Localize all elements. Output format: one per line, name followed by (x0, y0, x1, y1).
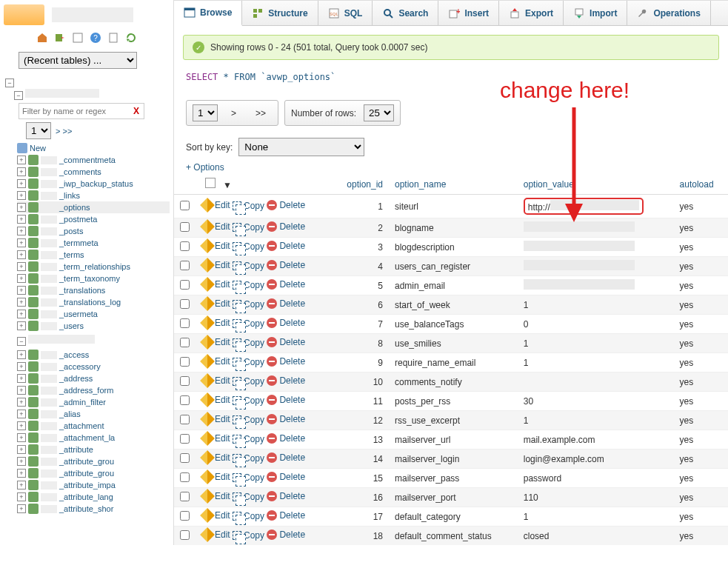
tree-table-link[interactable]: _usermeta (59, 310, 98, 318)
delete-button[interactable]: Delete (267, 318, 305, 328)
help-icon[interactable]: ? (90, 32, 101, 44)
expand-icon[interactable]: + (17, 286, 26, 295)
docs-icon[interactable] (107, 32, 119, 44)
tree-table-link[interactable]: _posts (59, 227, 83, 235)
row-checkbox[interactable] (180, 241, 190, 251)
tree-table-link[interactable]: _termmeta (59, 238, 98, 247)
row-checkbox[interactable] (180, 318, 190, 328)
delete-button[interactable]: Delete (267, 529, 305, 540)
tree-table-link[interactable]: _commentmeta (59, 156, 116, 164)
expand-icon[interactable]: + (17, 481, 26, 490)
tab-insert[interactable]: +Insert (438, 1, 499, 25)
expand-icon[interactable]: + (17, 310, 26, 318)
row-checkbox[interactable] (180, 338, 190, 347)
expand-icon[interactable]: + (17, 250, 26, 259)
expand-icon[interactable]: + (17, 374, 26, 383)
row-checkbox[interactable] (180, 357, 190, 367)
filter-input[interactable] (21, 105, 130, 117)
expand-icon[interactable]: + (17, 504, 26, 513)
expand-icon[interactable]: + (17, 167, 26, 176)
edit-button[interactable]: Edit (202, 491, 230, 501)
tree-table-link[interactable]: _address_form (59, 386, 113, 395)
delete-button[interactable]: Delete (267, 356, 305, 367)
tree-table-link[interactable]: _admin_filter (59, 398, 106, 407)
expand-icon[interactable]: + (17, 433, 26, 442)
tab-search[interactable]: Search (373, 1, 438, 25)
expand-icon[interactable]: + (17, 445, 26, 454)
expand-icon[interactable]: + (17, 274, 26, 283)
copy-button[interactable]: Copy (233, 201, 264, 211)
col-option-name[interactable]: option_name (389, 174, 518, 195)
tree-table-link[interactable]: _accessory (59, 362, 101, 371)
expand-icon[interactable]: + (17, 215, 26, 224)
home-icon[interactable] (36, 32, 48, 44)
tree-table-link[interactable]: _alias (59, 410, 81, 418)
copy-button[interactable]: Copy (233, 357, 264, 367)
expand-icon[interactable]: + (17, 298, 26, 307)
tab-operations[interactable]: Operations (627, 1, 710, 25)
expand-icon[interactable]: + (17, 238, 26, 247)
tab-structure[interactable]: Structure (242, 1, 318, 25)
expand-icon[interactable]: + (17, 321, 26, 330)
sort-arrow-icon[interactable]: ▼ (223, 180, 232, 190)
copy-button[interactable]: Copy (233, 376, 264, 387)
edit-button[interactable]: Edit (202, 395, 230, 405)
copy-button[interactable]: Copy (233, 453, 264, 464)
edit-button[interactable]: Edit (202, 356, 230, 367)
delete-button[interactable]: Delete (267, 279, 305, 290)
tree-table-link[interactable]: _iwp_backup_status (59, 179, 133, 188)
expand-icon[interactable]: + (17, 350, 26, 359)
copy-button[interactable]: Copy (233, 434, 264, 444)
tree-table-link[interactable]: _attachment (59, 421, 104, 430)
tree-table-link[interactable]: _term_relationships (59, 262, 130, 271)
tree-table-link[interactable]: _comments (59, 167, 101, 176)
edit-button[interactable]: Edit (202, 472, 230, 482)
tree-table-link[interactable]: _links (59, 191, 80, 200)
delete-button[interactable]: Delete (267, 298, 305, 309)
expand-icon[interactable]: + (17, 362, 26, 371)
row-checkbox[interactable] (180, 472, 190, 482)
row-checkbox[interactable] (180, 299, 190, 309)
tree-table-link[interactable]: _users (59, 321, 84, 330)
delete-button[interactable]: Delete (267, 472, 305, 482)
last-page-button[interactable]: >> (250, 107, 272, 120)
tree-page-more[interactable]: > >> (56, 127, 72, 136)
copy-button[interactable]: Copy (233, 395, 264, 406)
tab-import[interactable]: Import (564, 1, 627, 25)
tree-table-link[interactable]: _translations_log (59, 298, 121, 307)
logout-icon[interactable] (54, 32, 66, 44)
tree-table-link[interactable]: _attribute_grou (59, 457, 114, 466)
edit-button[interactable]: Edit (202, 298, 230, 309)
delete-button[interactable]: Delete (267, 375, 305, 386)
expand-icon[interactable]: + (17, 386, 26, 395)
tree-table-link[interactable]: _attribute_lang (59, 492, 113, 501)
expand-icon[interactable]: + (17, 457, 26, 466)
next-page-button[interactable]: > (225, 107, 242, 120)
delete-button[interactable]: Delete (267, 200, 305, 210)
tree-table-link[interactable]: _attribute_grou (59, 469, 114, 478)
expand-icon[interactable]: + (17, 156, 26, 164)
delete-button[interactable]: Delete (267, 433, 305, 444)
tree-table-link[interactable]: _attachment_la (59, 433, 115, 442)
row-checkbox[interactable] (180, 280, 190, 290)
tree-new[interactable]: New (30, 144, 46, 153)
expand-icon[interactable]: + (17, 203, 26, 212)
copy-button[interactable]: Copy (233, 261, 264, 271)
tab-sql[interactable]: SQLSQL (318, 1, 373, 25)
collapse-icon[interactable]: − (5, 78, 14, 87)
edit-button[interactable]: Edit (202, 318, 230, 328)
col-option-value[interactable]: option_value (518, 174, 674, 195)
expand-icon[interactable]: + (17, 191, 26, 200)
copy-button[interactable]: Copy (233, 511, 264, 521)
copy-button[interactable]: Copy (233, 530, 264, 541)
recent-tables-select[interactable]: (Recent tables) ... (19, 52, 137, 69)
tree-table-link[interactable]: _term_taxonomy (59, 274, 120, 283)
expand-icon[interactable]: + (17, 398, 26, 407)
tree-table-link[interactable]: _attribute_impa (59, 481, 116, 490)
edit-button[interactable]: Edit (202, 529, 230, 540)
copy-button[interactable]: Copy (233, 299, 264, 310)
delete-button[interactable]: Delete (267, 414, 305, 424)
copy-button[interactable]: Copy (233, 222, 264, 233)
edit-button[interactable]: Edit (202, 433, 230, 444)
edit-button[interactable]: Edit (202, 241, 230, 251)
